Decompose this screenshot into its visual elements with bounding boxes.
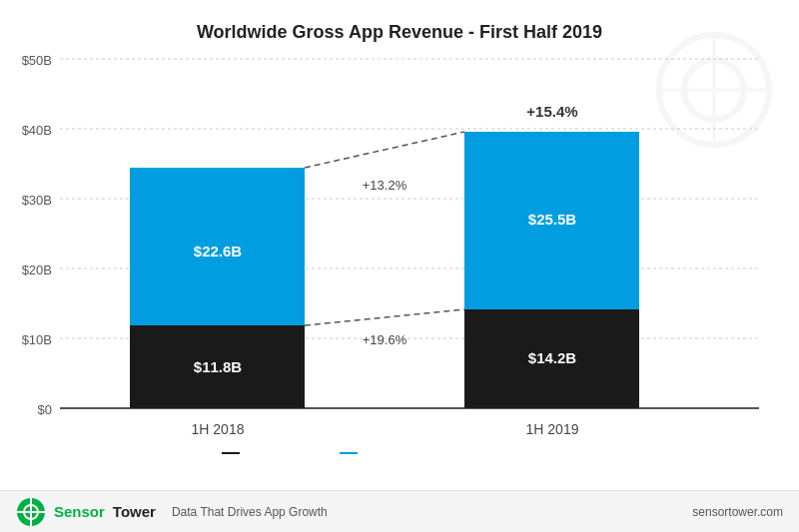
footer-tagline: Data That Drives App Growth xyxy=(172,505,328,519)
footer-url: sensortower.com xyxy=(692,505,783,519)
y-label-40b: $40B xyxy=(22,123,52,138)
gp-growth-annotation: +19.6% xyxy=(363,332,407,347)
y-label-0b: $0 xyxy=(38,402,52,417)
chart-svg: $50B $40B $30B $20B $10B $0 $11.8B $22.6… xyxy=(0,45,799,454)
footer-logo-icon xyxy=(16,497,46,527)
connector-as xyxy=(305,132,464,168)
legend-gp-box xyxy=(222,452,240,454)
bar-2018-as-label: $22.6B xyxy=(194,243,243,260)
as-growth-annotation: +13.2% xyxy=(363,178,407,193)
pct-total-annotation: +15.4% xyxy=(526,103,577,120)
footer-left: SensorTower Data That Drives App Growth xyxy=(16,497,328,527)
footer-brand-tower: Tower xyxy=(113,503,156,520)
y-label-20b: $20B xyxy=(22,263,52,277)
bar-2019-as-label: $25.5B xyxy=(528,211,577,228)
connector-gp xyxy=(305,309,464,325)
footer: SensorTower Data That Drives App Growth … xyxy=(0,490,799,532)
y-label-50b: $50B xyxy=(22,53,52,68)
x-label-2019: 1H 2019 xyxy=(526,421,579,437)
footer-brand-sensor: Sensor xyxy=(54,503,105,520)
chart-container: Worldwide Gross App Revenue - First Half… xyxy=(0,0,799,532)
legend-as-box xyxy=(340,452,358,454)
y-label-10b: $10B xyxy=(22,332,52,347)
x-label-2018: 1H 2018 xyxy=(192,421,245,437)
y-label-30b: $30B xyxy=(22,193,52,208)
bar-2018-gp-label: $11.8B xyxy=(194,358,243,375)
bar-2019-gp-label: $14.2B xyxy=(528,349,577,366)
